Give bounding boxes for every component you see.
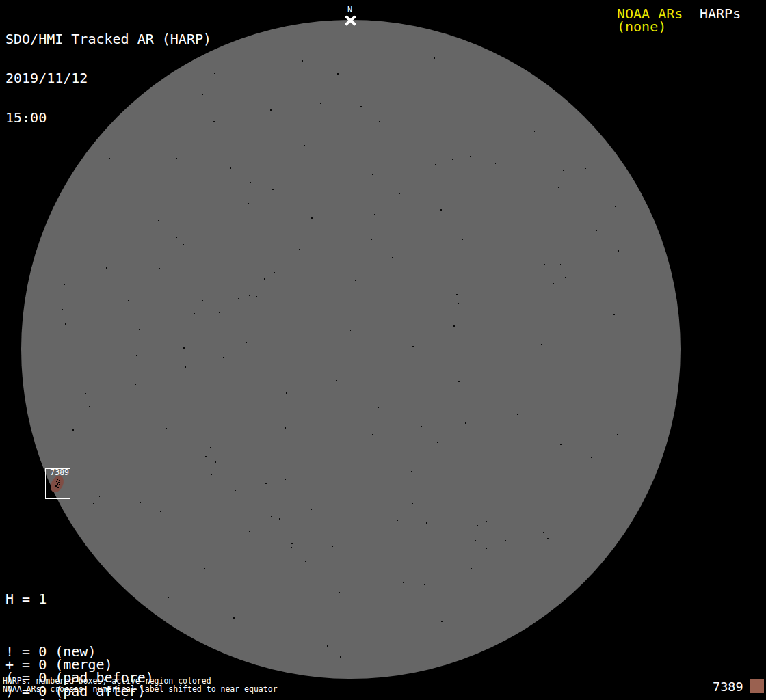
noise-speck — [378, 407, 379, 408]
noise-speck — [334, 120, 334, 120]
noise-speck — [62, 309, 63, 310]
noise-speck — [265, 483, 267, 484]
noise-speck — [291, 543, 293, 544]
noise-speck — [486, 521, 487, 522]
noise-speck — [311, 217, 313, 219]
noise-speck — [285, 427, 286, 429]
noise-speck — [246, 87, 247, 88]
noise-speck — [560, 492, 561, 492]
harp-region-id: 7389 — [50, 469, 69, 476]
noise-speck — [402, 286, 403, 286]
noise-speck — [341, 337, 341, 338]
noise-speck — [456, 294, 458, 295]
noise-speck — [362, 126, 362, 126]
noise-speck — [200, 381, 201, 381]
noise-speck — [591, 457, 592, 458]
noise-speck — [462, 62, 463, 62]
noise-speck — [219, 312, 220, 313]
noise-speck — [637, 319, 637, 319]
noise-speck — [183, 347, 185, 349]
noise-speck — [166, 428, 167, 429]
noise-speck — [158, 220, 159, 221]
noise-speck — [114, 267, 114, 268]
noise-speck — [463, 291, 464, 291]
noise-speck — [563, 170, 564, 171]
noise-speck — [205, 456, 207, 457]
noise-speck — [185, 366, 186, 368]
noise-speck — [372, 174, 373, 175]
noise-speck — [612, 319, 613, 319]
noise-speck — [421, 640, 421, 641]
noise-speck — [465, 422, 466, 424]
noise-speck — [412, 346, 414, 347]
noise-speck — [434, 57, 435, 59]
noise-speck — [485, 100, 486, 100]
noise-speck — [291, 571, 291, 572]
noise-speck — [202, 300, 203, 301]
noise-speck — [336, 410, 336, 411]
noise-speck — [279, 518, 280, 520]
noaa-ars-value: (none) — [617, 21, 666, 33]
noise-speck — [406, 244, 406, 245]
noise-speck — [495, 163, 496, 164]
noise-speck — [102, 230, 103, 230]
noise-speck — [168, 597, 169, 598]
noise-speck — [332, 135, 332, 135]
noise-speck — [547, 538, 549, 539]
footer-caption: HARPs: numbered boxes; active region col… — [3, 677, 278, 693]
noise-speck — [403, 582, 404, 583]
noise-speck — [307, 355, 308, 355]
noise-speck — [379, 126, 380, 126]
harps-label: HARPs — [700, 8, 741, 21]
noise-speck — [398, 237, 399, 237]
noise-speck — [369, 528, 369, 528]
noise-speck — [176, 237, 177, 238]
noise-speck — [300, 511, 300, 511]
noise-speck — [332, 546, 333, 547]
noise-speck — [159, 268, 160, 269]
noise-speck — [544, 264, 545, 265]
noise-speck — [194, 313, 195, 314]
noise-speck — [402, 500, 403, 500]
noise-speck — [512, 185, 512, 186]
noise-speck — [643, 360, 644, 360]
noise-speck — [639, 463, 639, 463]
noise-speck — [233, 222, 233, 223]
noise-speck — [248, 551, 248, 552]
noise-speck — [452, 517, 453, 517]
noise-speck — [560, 444, 562, 445]
noise-speck — [295, 144, 296, 144]
noise-speck — [460, 116, 460, 116]
noise-speck — [453, 325, 455, 327]
noise-speck — [421, 426, 422, 427]
noise-speck — [328, 189, 328, 189]
noise-speck — [440, 209, 442, 211]
noise-speck — [553, 283, 554, 284]
noise-speck — [567, 247, 568, 247]
noise-speck — [286, 392, 287, 394]
noise-speck — [371, 239, 372, 240]
header-block: SDO/HMI Tracked AR (HARP) 2019/11/12 15:… — [5, 6, 211, 151]
noise-speck — [529, 340, 529, 341]
noise-speck — [176, 158, 177, 159]
noise-speck — [274, 233, 274, 234]
noise-speck — [424, 584, 425, 585]
noise-speck — [136, 355, 137, 356]
harp-region-box: 7389 — [45, 468, 70, 499]
noise-speck — [613, 314, 615, 315]
noise-speck — [183, 244, 184, 245]
observation-date: 2019/11/12 — [5, 72, 211, 85]
noise-speck — [233, 83, 233, 83]
noise-speck — [269, 544, 269, 545]
north-cross-icon — [345, 16, 356, 26]
noise-speck — [411, 471, 412, 472]
noise-speck — [486, 548, 487, 549]
noise-speck — [106, 267, 107, 269]
noise-speck — [505, 540, 506, 541]
noise-speck — [484, 262, 484, 262]
noise-speck — [136, 237, 137, 237]
app-title: SDO/HMI Tracked AR (HARP) — [5, 33, 211, 46]
noise-speck — [72, 483, 72, 484]
noise-speck — [397, 520, 398, 521]
noise-speck — [412, 503, 413, 504]
